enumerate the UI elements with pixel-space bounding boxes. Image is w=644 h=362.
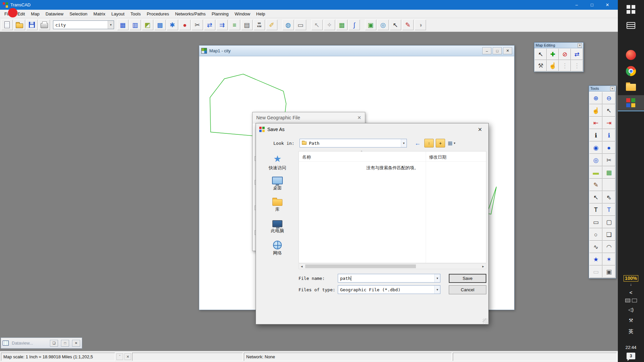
settings-wrench-icon[interactable]: ⚒: [629, 317, 633, 323]
scrollbar-track[interactable]: [305, 264, 480, 269]
map-close-button[interactable]: ✕: [503, 47, 512, 54]
text-cursor-icon[interactable]: T: [602, 203, 615, 216]
menu-item-help[interactable]: Help: [253, 10, 268, 17]
shorten-right-icon[interactable]: ⇥: [602, 117, 615, 129]
tools-close-button[interactable]: ✕: [610, 86, 614, 91]
new-geographic-file-close-button[interactable]: ✕: [357, 115, 361, 120]
matrix-view-icon[interactable]: ▥: [129, 19, 141, 30]
dataview-restore-button[interactable]: ❏: [50, 340, 58, 347]
menu-item-layout[interactable]: Layout: [108, 10, 127, 17]
star-icon[interactable]: ★: [589, 253, 602, 265]
up-one-level-button[interactable]: ↑: [424, 139, 434, 147]
menu-item-window[interactable]: Window: [232, 10, 253, 17]
tools-titlebar[interactable]: Tools ✕: [589, 86, 616, 92]
open-file-icon[interactable]: [14, 19, 25, 30]
dataview-minimized-window[interactable]: Dataview... ❏ □ ✕: [1, 338, 82, 349]
place-network[interactable]: 网络: [257, 240, 298, 262]
blank-slot[interactable]: [602, 179, 615, 191]
save-button[interactable]: Save: [449, 274, 486, 283]
rectangle-icon[interactable]: ▭: [589, 216, 602, 228]
callout-icon[interactable]: ❑: [602, 228, 615, 241]
text-icon[interactable]: T: [589, 203, 602, 216]
file-type-dropdown-icon[interactable]: ▼: [434, 286, 440, 294]
zoom-level-badge[interactable]: 100%: [624, 275, 638, 282]
zoom-out-icon[interactable]: ⊖: [602, 92, 615, 104]
place-this-pc[interactable]: 此电脑: [257, 218, 298, 240]
resize-grip[interactable]: [483, 318, 488, 323]
matrix-cells-icon[interactable]: ▩: [154, 19, 166, 30]
map-editing-titlebar[interactable]: Map Editing ✕: [534, 43, 583, 48]
scissors-icon[interactable]: ✂: [192, 19, 203, 30]
select-pointer-icon[interactable]: ↖: [602, 104, 615, 117]
report-icon[interactable]: ▤: [241, 19, 253, 30]
map-window-titlebar[interactable]: Map1 - city – □ ✕: [199, 46, 514, 56]
textbox-icon[interactable]: ▭: [295, 19, 306, 30]
horizontal-scrollbar[interactable]: ◄ ►: [299, 263, 486, 269]
start-button[interactable]: [618, 1, 644, 17]
scroll-right-arrow[interactable]: ►: [480, 265, 486, 268]
merge-arrows-icon[interactable]: ⇄: [571, 49, 583, 60]
task-view-button[interactable]: [618, 17, 644, 34]
swap-arrows-icon[interactable]: ⇄: [204, 19, 215, 30]
pointer-tag-icon[interactable]: ⇖: [602, 191, 615, 203]
matrix-color-icon[interactable]: ◩: [142, 19, 153, 30]
select-area-icon[interactable]: ▣: [365, 19, 376, 30]
map-pointer-icon[interactable]: ↖: [390, 19, 401, 30]
maximize-button[interactable]: □: [584, 0, 600, 10]
volume-icon[interactable]: ◁): [628, 307, 634, 313]
menu-item-tools[interactable]: Tools: [127, 10, 144, 17]
print-icon[interactable]: [39, 19, 50, 30]
map-maximize-button[interactable]: □: [493, 47, 502, 54]
file-type-combo[interactable]: Geographic File (*.dbd) ▼: [338, 285, 440, 294]
shorten-left-icon[interactable]: ⇤: [589, 117, 602, 129]
info-multi-icon[interactable]: ℹ: [602, 129, 615, 141]
dataview-table-icon[interactable]: ▦: [117, 19, 128, 30]
globe-icon[interactable]: ◍: [282, 19, 294, 30]
tools-icon[interactable]: ⚒: [535, 60, 547, 71]
arc-icon[interactable]: ◠: [602, 241, 615, 253]
map-minimize-button[interactable]: –: [482, 47, 491, 54]
locate-icon[interactable]: ↖: [311, 19, 323, 30]
units-mi-km-icon[interactable]: MI KM: [254, 19, 265, 30]
look-in-combo[interactable]: Path ▼: [300, 139, 407, 147]
target-icon[interactable]: ●: [602, 141, 615, 154]
place-quick-access[interactable]: 快速访问: [257, 153, 298, 175]
look-in-dropdown-icon[interactable]: ▼: [401, 139, 407, 147]
matrix-star-icon[interactable]: ✱: [167, 19, 178, 30]
quill-icon[interactable]: ✎: [589, 179, 602, 191]
save-as-titlebar[interactable]: Save As ✕: [256, 123, 488, 135]
gis-grid-icon[interactable]: ▦: [336, 19, 347, 30]
clock[interactable]: 22:44: [626, 345, 637, 350]
map-editing-close-button[interactable]: ✕: [578, 43, 582, 48]
file-name-input[interactable]: path ▼: [338, 274, 440, 283]
menu-item-networks-paths[interactable]: Networks/Paths: [172, 10, 209, 17]
tray-expand-chevron[interactable]: <: [630, 290, 633, 295]
menu-item-dataview[interactable]: Dataview: [43, 10, 66, 17]
views-menu-button[interactable]: ▦▼: [447, 139, 457, 147]
gauge-icon[interactable]: ◑: [415, 19, 426, 30]
scroll-left-arrow[interactable]: ◄: [299, 265, 305, 268]
freehand-icon[interactable]: ∿: [589, 241, 602, 253]
menu-item-selection[interactable]: Selection: [66, 10, 90, 17]
close-button[interactable]: ✕: [600, 0, 615, 10]
menu-item-matrix[interactable]: Matrix: [91, 10, 108, 17]
scale-close-icon[interactable]: ✕: [124, 353, 131, 360]
workspace-combo[interactable]: city▼: [53, 20, 114, 29]
scrollbar-thumb[interactable]: [305, 264, 416, 268]
menu-item-planning[interactable]: Planning: [209, 10, 232, 17]
new-file-icon[interactable]: [1, 19, 13, 30]
taskbar-app-transcad[interactable]: [618, 95, 644, 111]
select-circle-icon[interactable]: ◉: [589, 141, 602, 154]
save-icon[interactable]: [26, 19, 38, 30]
workspace-combo-dropdown-icon[interactable]: ▼: [108, 21, 114, 29]
clip-icon[interactable]: ✂: [602, 154, 615, 166]
place-desktop[interactable]: 桌面: [257, 175, 298, 196]
ellipse-icon[interactable]: ○: [589, 228, 602, 241]
info-icon[interactable]: ℹ: [589, 129, 602, 141]
place-libraries[interactable]: 库: [257, 196, 298, 218]
pointer-white-icon[interactable]: ↖: [589, 191, 602, 203]
ime-language-indicator[interactable]: 英: [629, 328, 634, 335]
scale-toggle-icon[interactable]: ˆ: [116, 353, 123, 360]
knife-icon[interactable]: ✎: [402, 19, 414, 30]
prohibit-icon[interactable]: ⊘: [559, 49, 571, 60]
